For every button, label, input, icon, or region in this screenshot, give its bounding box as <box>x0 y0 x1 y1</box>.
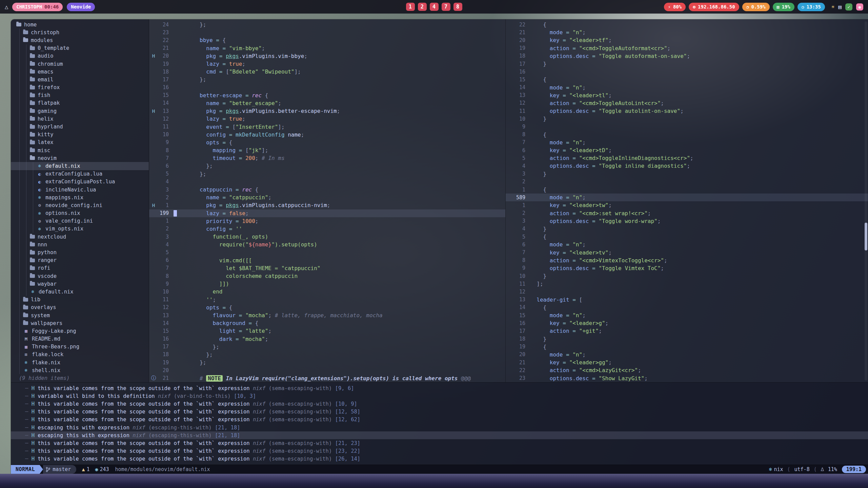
code-line[interactable]: 13 leader-git = [ <box>506 296 868 304</box>
code-line[interactable]: 17 }; <box>149 343 505 351</box>
tree-item-rofi[interactable]: rofi <box>11 264 149 272</box>
code-line[interactable]: 2 config = '' <box>149 225 505 233</box>
tree-item-shell-nix[interactable]: ❄shell.nix <box>11 366 149 374</box>
code-line[interactable]: 5 }; <box>149 170 505 178</box>
code-line[interactable]: 7 let $BAT_THEME = "catppuccin" <box>149 264 505 272</box>
code-line[interactable]: 22 action = "<cmd>LazyGit<cr>"; <box>506 366 868 374</box>
code-line[interactable]: 6 vim.cmd([[ <box>149 257 505 264</box>
tree-item-readme-md[interactable]: MREADME.md <box>11 335 149 343</box>
code-line[interactable]: 5 <box>149 248 505 256</box>
tree-item-neovide-config-ini[interactable]: ⚙neovide_config.ini <box>11 201 149 209</box>
code-line[interactable]: 1 key = "<leader>tw"; <box>506 201 868 209</box>
diagnostic-row[interactable]: ─ H escaping this with expression nixf (… <box>11 431 868 439</box>
workspace-button-2[interactable]: 2 <box>418 3 427 11</box>
code-line[interactable]: 1 { <box>506 186 868 194</box>
code-line[interactable]: 8 colorscheme catppuccin <box>149 272 505 280</box>
code-line[interactable]: 7 mode = "n"; <box>506 139 868 146</box>
code-line[interactable]: 18 cmd = ["Bdelete" "Bwipeout"]; <box>149 68 505 76</box>
code-line[interactable]: 4 <box>149 178 505 186</box>
editor-pane-right[interactable]: 22 {21 mode = "n";20 key = "<leader>tf";… <box>506 19 868 382</box>
code-line[interactable]: 23 options.desc = "Show LazyGit"; <box>506 374 868 382</box>
code-line[interactable]: 12 action = "<cmd>ToggleAutoLint<cr>"; <box>506 99 868 107</box>
code-line[interactable]: 15 better-escape = rec { <box>149 92 505 99</box>
code-line[interactable]: 9 ]]) <box>149 280 505 288</box>
diagnostic-row[interactable]: ─ H this variable comes from the scope o… <box>11 447 868 455</box>
tree-item-fish[interactable]: fish <box>11 92 149 99</box>
tree-item-firefox[interactable]: firefox <box>11 84 149 92</box>
tree-item-9-hidden-items[interactable]: (9 hidden items) <box>11 374 149 382</box>
code-line[interactable]: 21 name = "vim-bbye"; <box>149 44 505 52</box>
tree-item-flatpak[interactable]: flatpak <box>11 99 149 107</box>
code-line[interactable]: 7 timeout = 200; # In ms <box>149 154 505 162</box>
code-line[interactable]: 3 options.desc = "Toggle word-wrap"; <box>506 217 868 225</box>
diagnostic-row[interactable]: ─ H escaping this with expression nixf (… <box>11 424 868 431</box>
code-line[interactable]: 8 action = "<cmd>VimtexTocToggle<cr>"; <box>506 257 868 264</box>
tree-item-lib[interactable]: lib <box>11 296 149 304</box>
diagnostic-row[interactable]: ─ H this variable comes from the scope o… <box>11 416 868 424</box>
tree-item-python[interactable]: python <box>11 248 149 256</box>
code-line[interactable]: H20 pkg = pkgs.vimPlugins.vim-bbye; <box>149 52 505 60</box>
code-line-current[interactable]: 589 mode = "n"; <box>506 194 868 201</box>
workspace-button-8[interactable]: 8 <box>453 3 462 11</box>
editor-pane-left[interactable]: 24 };2322 bbye = {21 name = "vim-bbye";H… <box>149 19 506 382</box>
code-line[interactable]: 6 key = "<leader>tD"; <box>506 146 868 154</box>
tree-item-audio[interactable]: audio <box>11 52 149 60</box>
tree-item-vscode[interactable]: vscode <box>11 272 149 280</box>
code-line[interactable]: 19 }; <box>149 359 505 366</box>
code-line[interactable]: 5 { <box>506 233 868 241</box>
code-line[interactable]: 16 dark = "mocha"; <box>149 335 505 343</box>
code-line[interactable]: 19 action = "<cmd>ToggleAutoformat<cr>"; <box>506 44 868 52</box>
code-line[interactable]: 14 { <box>506 304 868 311</box>
code-line[interactable]: 11 ]; <box>506 280 868 288</box>
code-line[interactable]: 14 name = "better_escape"; <box>149 99 505 107</box>
code-line[interactable]: 9 opts = { <box>149 139 505 146</box>
code-line[interactable]: 1 priority = 1000; <box>149 217 505 225</box>
code-line[interactable]: 4 require("${name}").setup(opts) <box>149 241 505 248</box>
code-line[interactable]: 6 }; <box>149 162 505 170</box>
code-line[interactable]: H13 pkg = pkgs.vimPlugins.better-escape-… <box>149 107 505 115</box>
code-line[interactable]: 23 <box>149 28 505 36</box>
code-line[interactable]: 20 <box>149 366 505 374</box>
tree-item-vim-opts-nix[interactable]: ❄vim_opts.nix <box>11 225 149 233</box>
code-line-current[interactable]: 199 lazy = false; <box>149 209 505 217</box>
tree-item-inclinenavic-lua[interactable]: ◐inclineNavic.lua <box>11 186 149 194</box>
launcher-icon[interactable]: △ <box>5 3 8 10</box>
tree-item-0-template[interactable]: 0_template <box>11 44 149 52</box>
code-line[interactable]: ⓘ21 # NOTE In LazyVim require("clang_ext… <box>149 374 505 382</box>
code-line[interactable]: 3 } <box>506 170 868 178</box>
check-icon[interactable]: ✓ <box>845 3 852 11</box>
code-line[interactable]: 24 }; <box>149 21 505 28</box>
code-line[interactable]: 14 background = { <box>149 319 505 327</box>
diagnostic-row[interactable]: ─ H this variable comes from the scope o… <box>11 408 868 416</box>
workspace-button-7[interactable]: 7 <box>442 3 450 11</box>
code-line[interactable]: 12 lazy = true; <box>149 115 505 123</box>
tree-item-nextcloud[interactable]: nextcloud <box>11 233 149 241</box>
tree-item-vale-config-ini[interactable]: ⚙vale_config.ini <box>11 217 149 225</box>
code-line[interactable]: 11 options.desc = "Toggle autolint-on-sa… <box>506 107 868 115</box>
code-line[interactable]: 17 } <box>506 60 868 68</box>
code-line[interactable]: 22 { <box>506 21 868 28</box>
code-line[interactable]: 22 bbye = { <box>149 36 505 44</box>
code-line[interactable]: 3 function(_, opts) <box>149 233 505 241</box>
tree-item-mappings-nix[interactable]: ❄mappings.nix <box>11 194 149 201</box>
code-line[interactable]: 16 key = "<leader>g"; <box>506 319 868 327</box>
scrollbar-thumb[interactable] <box>865 223 867 250</box>
diagnostic-row[interactable]: ─ H this variable comes from the scope o… <box>11 455 868 463</box>
tree-item-overlays[interactable]: overlays <box>11 304 149 311</box>
tree-item-system[interactable]: system <box>11 311 149 319</box>
code-line[interactable]: 15 light = "latte"; <box>149 327 505 335</box>
code-line[interactable]: H1 pkg = pkgs.vimPlugins.catppuccin-nvim… <box>149 201 505 209</box>
tree-item-default-nix[interactable]: ❄default.nix <box>11 162 149 170</box>
code-line[interactable]: 11 ''; <box>149 296 505 304</box>
code-line[interactable]: 12 opts = { <box>149 304 505 311</box>
code-line[interactable]: 14 mode = "n"; <box>506 84 868 92</box>
code-line[interactable]: 21 mode = "n"; <box>506 28 868 36</box>
git-branch[interactable]: master <box>43 465 76 474</box>
tree-item-flake-lock[interactable]: ⊠flake.lock <box>11 351 149 359</box>
code-line[interactable]: 13 flavour = "mocha"; # latte, frappe, m… <box>149 311 505 319</box>
code-line[interactable]: 16 <box>506 68 868 76</box>
code-line[interactable]: 10 end <box>149 288 505 296</box>
tree-item-christoph[interactable]: christoph <box>11 28 149 36</box>
code-line[interactable]: 2 <box>506 178 868 186</box>
brightness-icon[interactable]: ☀ <box>831 4 835 10</box>
